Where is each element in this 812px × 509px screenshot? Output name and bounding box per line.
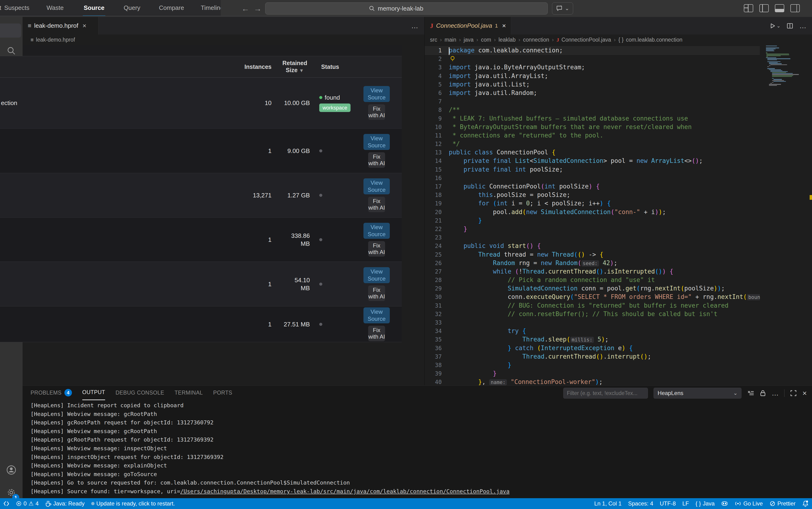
- forward-icon[interactable]: →: [253, 3, 263, 13]
- close-icon[interactable]: ×: [502, 22, 506, 30]
- code-line[interactable]: 37 Thread.currentThread().interrupt();: [425, 352, 760, 361]
- breadcrumb-item[interactable]: java: [464, 37, 474, 43]
- fix-with-ai-button[interactable]: Fix with AI: [368, 197, 385, 212]
- code-line[interactable]: 10 * ByteArrayOutputStream buffers that …: [425, 123, 760, 131]
- table-row[interactable]: 19.00 GBView SourceFix with AI: [0, 129, 402, 173]
- toggle-secondary-sidebar-icon[interactable]: [790, 4, 800, 12]
- code-line[interactable]: 14 private final List<SimulatedConnectio…: [425, 157, 760, 165]
- breadcrumb-item[interactable]: connection: [523, 37, 549, 43]
- fix-with-ai-button[interactable]: Fix with AI: [368, 326, 385, 340]
- breadcrumb-item[interactable]: leaklab: [499, 37, 516, 43]
- code-line[interactable]: 7: [425, 97, 760, 105]
- view-source-button[interactable]: View Source: [363, 178, 390, 194]
- run-java-icon[interactable]: ⌄: [770, 23, 780, 29]
- code-line[interactable]: 8/**: [425, 105, 760, 114]
- breadcrumb-item[interactable]: com.leaklab.connection: [626, 37, 682, 43]
- view-source-button[interactable]: View Source: [363, 134, 390, 150]
- code-line[interactable]: 15 private final int poolSize;: [425, 165, 760, 174]
- code-line[interactable]: 36 } catch (InterruptedException e) {: [425, 344, 760, 352]
- table-row[interactable]: 13,2711.27 GBView SourceFix with AI: [0, 173, 402, 217]
- code-line[interactable]: 26 Random rng = new Random(seed: 42);: [425, 259, 760, 267]
- maximize-panel-icon[interactable]: [790, 390, 797, 397]
- breadcrumb-item[interactable]: ConnectionPool.java: [561, 37, 611, 43]
- command-center-search[interactable]: [265, 2, 548, 14]
- problems-status[interactable]: 0 ⚠ 4: [13, 498, 42, 509]
- webview-tab-source[interactable]: Source: [83, 0, 105, 16]
- indentation[interactable]: Spaces: 4: [625, 498, 657, 509]
- breadcrumb-item[interactable]: leak-demo.hprof: [36, 37, 75, 43]
- tab-leak-demo-hprof[interactable]: ≡ leak-demo.hprof ×: [23, 17, 98, 35]
- prettier-status[interactable]: Prettier: [766, 498, 799, 509]
- copilot-status-icon[interactable]: [718, 498, 731, 509]
- column-status[interactable]: Status: [321, 63, 339, 70]
- code-line[interactable]: 30 conn.executeQuery("SELECT * FROM orde…: [425, 293, 760, 301]
- tab-problems[interactable]: PROBLEMS4: [31, 386, 72, 400]
- remote-indicator[interactable]: [0, 498, 13, 509]
- code-line[interactable]: 19 for (int i = 0; i < poolSize; i++) {: [425, 199, 760, 207]
- code-line[interactable]: 18 this.poolSize = poolSize;: [425, 191, 760, 199]
- webview-tab-waste[interactable]: Waste: [45, 0, 65, 15]
- code-line[interactable]: 16: [425, 174, 760, 182]
- view-source-button[interactable]: View Source: [363, 223, 390, 239]
- encoding[interactable]: UTF-8: [657, 498, 679, 509]
- code-line[interactable]: 2: [425, 55, 760, 63]
- code-editor[interactable]: 1package com.leaklab.connection;23import…: [424, 45, 812, 385]
- code-line[interactable]: 25 Thread thread = new Thread(() -> {: [425, 250, 760, 259]
- table-row[interactable]: 154.10 MBView SourceFix with AI: [0, 262, 402, 306]
- code-line[interactable]: 4import java.util.ArrayList;: [425, 72, 760, 80]
- code-line[interactable]: 12 */: [425, 140, 760, 148]
- code-line[interactable]: 13public class ConnectionPool {: [425, 148, 760, 157]
- code-line[interactable]: 31 // BUG: Connection is "returned" but …: [425, 301, 760, 310]
- minimap[interactable]: [766, 45, 806, 86]
- split-editor-icon[interactable]: [787, 23, 793, 29]
- editor-breadcrumbs[interactable]: src›main›java›com›leaklab›connection›JCo…: [424, 35, 812, 45]
- code-line[interactable]: 24 public void start() {: [425, 242, 760, 250]
- code-line[interactable]: 23: [425, 233, 760, 242]
- search-input[interactable]: [377, 5, 444, 12]
- webview-tab-query[interactable]: Query: [123, 0, 141, 15]
- java-status[interactable]: Java: Ready: [42, 498, 88, 509]
- code-line[interactable]: 1package com.leaklab.connection;: [425, 46, 760, 55]
- tab-terminal[interactable]: TERMINAL: [175, 386, 203, 400]
- code-line[interactable]: 32 // conn.resetBuffer(); // This should…: [425, 310, 760, 318]
- breadcrumb-item[interactable]: main: [445, 37, 456, 43]
- code-line[interactable]: 28 // Pick a random connection and "use"…: [425, 276, 760, 284]
- code-line[interactable]: 20 pool.add(new SimulatedConnection("con…: [425, 208, 760, 216]
- update-message[interactable]: Update is ready, click to restart.: [88, 498, 178, 509]
- more-actions-icon[interactable]: …: [772, 389, 779, 397]
- webview-tab-timeline[interactable]: Timeline: [200, 0, 221, 15]
- fix-with-ai-button[interactable]: Fix with AI: [368, 104, 385, 120]
- code-line[interactable]: 5import java.util.List;: [425, 80, 760, 89]
- source-file-link[interactable]: /Users/sachingupta/Desktop/memory-leak-l…: [180, 488, 510, 495]
- account-icon[interactable]: [0, 459, 23, 481]
- output-channel-select[interactable]: HeapLens ⌄: [654, 388, 742, 399]
- toolbar-button-fragment[interactable]: [0, 24, 21, 38]
- language-mode[interactable]: { } Java: [692, 498, 718, 509]
- tab-output[interactable]: OUTPUT: [82, 385, 105, 400]
- code-line[interactable]: 9 * LEAK 7: Unflushed buffers — simulate…: [425, 114, 760, 123]
- copilot-chat-button[interactable]: ⌄: [552, 2, 573, 14]
- table-row[interactable]: 127.51 MBView SourceFix with AI: [0, 306, 402, 340]
- close-panel-icon[interactable]: ×: [802, 389, 807, 398]
- code-line[interactable]: 3import java.io.ByteArrayOutputStream;: [425, 63, 760, 71]
- view-source-button[interactable]: View Source: [363, 267, 390, 283]
- code-line[interactable]: 29 SimulatedConnection conn = pool.get(r…: [425, 284, 760, 293]
- left-breadcrumb[interactable]: ≡ leak-demo.hprof: [23, 35, 432, 45]
- code-line[interactable]: 35 Thread.sleep(millis: 5);: [425, 335, 760, 344]
- more-actions-icon[interactable]: …: [411, 22, 418, 30]
- table-row[interactable]: ection1010.00 GBfoundworkspaceView Sourc…: [0, 77, 402, 129]
- go-live[interactable]: Go Live: [731, 498, 766, 509]
- view-source-button[interactable]: View Source: [363, 307, 390, 324]
- table-row[interactable]: 1338.86 MBView SourceFix with AI: [0, 217, 402, 262]
- code-line[interactable]: 21 }: [425, 216, 760, 225]
- cursor-position[interactable]: Ln 1, Col 1: [591, 498, 625, 509]
- code-line[interactable]: 27 while (!Thread.currentThread().isInte…: [425, 267, 760, 276]
- tab-connectionpool-java[interactable]: J ConnectionPool.java 1 ×: [425, 17, 511, 35]
- tab-ports[interactable]: PORTS: [213, 386, 232, 400]
- fix-with-ai-button[interactable]: Fix with AI: [368, 241, 385, 257]
- back-icon[interactable]: ←: [240, 3, 251, 13]
- code-line[interactable]: 33: [425, 318, 760, 327]
- breadcrumb-item[interactable]: com: [481, 37, 491, 43]
- lock-autoscroll-icon[interactable]: [760, 389, 766, 397]
- view-source-button[interactable]: View Source: [363, 86, 390, 102]
